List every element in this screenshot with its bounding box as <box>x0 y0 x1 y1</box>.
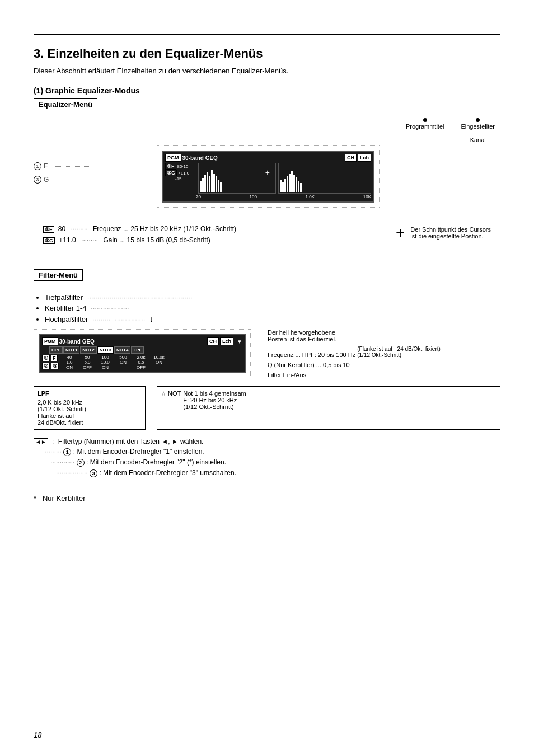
top-border <box>34 34 500 35</box>
eq-section: 1 F 3 G PGM 30-band GEQ CH Lch <box>34 145 500 211</box>
bullet-dot <box>423 118 427 122</box>
encoder-notes: ◄► : Filtertyp (Nummer) mit den Tasten ◄… <box>34 438 500 477</box>
down-arrow: ↓ <box>149 314 153 323</box>
eingestellter-kanal-annotation: Eingestellter Kanal <box>461 118 495 143</box>
section-title: 3. Einzelheiten zu den Equalizer-Menüs <box>34 46 500 61</box>
bullet-dot2 <box>476 118 480 122</box>
bullet-tiefpass: Tiefpaßfilter ··························… <box>45 293 500 302</box>
lpf-box: LPF 2,0 K bis 20 kHz (1/12 Okt.-Schritt)… <box>34 386 146 430</box>
eq-top-annotations: Programmtitel Eingestellter Kanal <box>34 118 500 143</box>
filter-bullets: Tiefpaßfilter ··························… <box>45 293 500 323</box>
filter-down-arrow: ▼ <box>237 339 242 345</box>
filter-diagram: PGM 30-band GEQ CH Lch ▼ HPF NOT1 NOT2 N… <box>34 329 500 378</box>
cursor-indicator: + <box>265 168 270 177</box>
eq-detail-box: ①F 80 ········· Frequenz ... 25 Hz bis 2… <box>34 217 500 252</box>
eq-bars-left <box>199 163 275 193</box>
eq-bars-right <box>279 163 371 193</box>
highlight-note: Der hell hervorgehobene Posten ist das E… <box>268 329 500 342</box>
filter-right-info: Der hell hervorgehobene Posten ist das E… <box>268 329 500 378</box>
encoder3-note: 3 G <box>34 176 146 184</box>
page: 3. Einzelheiten zu den Equalizer-Menüs D… <box>0 0 534 756</box>
encoder1-note: 1 F <box>34 162 146 170</box>
filter-screen: PGM 30-band GEQ CH Lch ▼ HPF NOT1 NOT2 N… <box>39 334 246 373</box>
filter-screen-top: PGM 30-band GEQ CH Lch ▼ <box>42 337 242 345</box>
eq-display: PGM 30-band GEQ CH Lch ①F 80·15 <box>157 145 500 211</box>
equalizer-menu-label: Equalizer-Menü <box>34 98 97 110</box>
enc-note-2: ············· 2 : Mit dem Encoder-Drehre… <box>50 458 500 467</box>
eq-screen: PGM 30-band GEQ CH Lch ①F 80·15 <box>162 151 374 203</box>
enc-note-3: ················· 3 : Mit dem Encoder-Dr… <box>56 469 500 477</box>
filter-toggle-note: Filter Ein-/Aus <box>268 372 500 378</box>
enc-note-arrows: ◄► : Filtertyp (Nummer) mit den Tasten ◄… <box>34 438 500 445</box>
filter-section: Filter-Menü Tiefpaßfilter ··············… <box>34 269 500 477</box>
filter-tabs: HPF NOT1 NOT2 NOT3 NOT4 LPF <box>42 346 242 354</box>
freq-note: Frequenz ... HPF: 20 bis 100 Hz (Flanke … <box>268 346 500 358</box>
enc-note-1: ········· 1 : Mit dem Encoder-Drehregler… <box>45 448 500 456</box>
q-note: Q (Nur Kerbfilter) ... 0,5 bis 10 <box>268 361 500 368</box>
eq-screen-top: PGM 30-band GEQ CH Lch <box>165 154 371 162</box>
eq-graph-left: + <box>198 163 276 194</box>
filter-menu-label: Filter-Menü <box>34 269 83 281</box>
eq-screen-border: PGM 30-band GEQ CH Lch ①F 80·15 <box>157 145 380 208</box>
eq-detail-left: ①F 80 ········· Frequenz ... 25 Hz bis 2… <box>43 225 236 244</box>
filter-encoder-labels: ① F ② ③ <box>42 355 59 370</box>
filter-bottom: LPF 2,0 K bis 20 kHz (1/12 Okt.-Schritt)… <box>34 386 500 430</box>
not-box: ☆ NOT Not 1 bis 4 gemeinsam F: 20 Hz bis… <box>157 386 500 430</box>
eq-graph-right <box>278 163 371 194</box>
eq-detail-right: + Der Schnittpunkt des Cursorsist die ei… <box>396 225 491 241</box>
eq-left-notes: 1 F 3 G <box>34 145 146 211</box>
filter-values-row: ① F ② ③ 40 1.0 ON <box>42 355 242 370</box>
intro-text: Dieser Abschnitt erläutert Einzelheiten … <box>34 67 500 75</box>
bullet-hochpass: Hochpaßfilter ········· ··············· … <box>45 314 500 323</box>
eq-left-values: ①F 80·15 ③G +11.0 -15 <box>165 163 196 194</box>
gain-line: ③G +11.0 ········· Gain ... 15 bis 15 dB… <box>43 236 236 244</box>
bullet-kerbfilter: Kerbfilter 1-4 ··················· <box>45 304 500 312</box>
footnote: * Nur Kerbfilter <box>34 494 500 503</box>
page-number: 18 <box>34 731 41 739</box>
filter-screen-border: PGM 30-band GEQ CH Lch ▼ HPF NOT1 NOT2 N… <box>34 329 251 378</box>
crosshair-symbol: + <box>396 225 405 241</box>
programmtitel-annotation: Programmtitel <box>406 118 444 143</box>
graphic-eq-heading: (1) Graphic Equalizer-Modus <box>34 86 500 95</box>
eq-freq-labels: 20 100 1.0K 10K <box>165 194 371 199</box>
eq-screen-main-row: ①F 80·15 ③G +11.0 -15 <box>165 163 371 194</box>
freq-line: ①F 80 ········· Frequenz ... 25 Hz bis 2… <box>43 225 236 233</box>
